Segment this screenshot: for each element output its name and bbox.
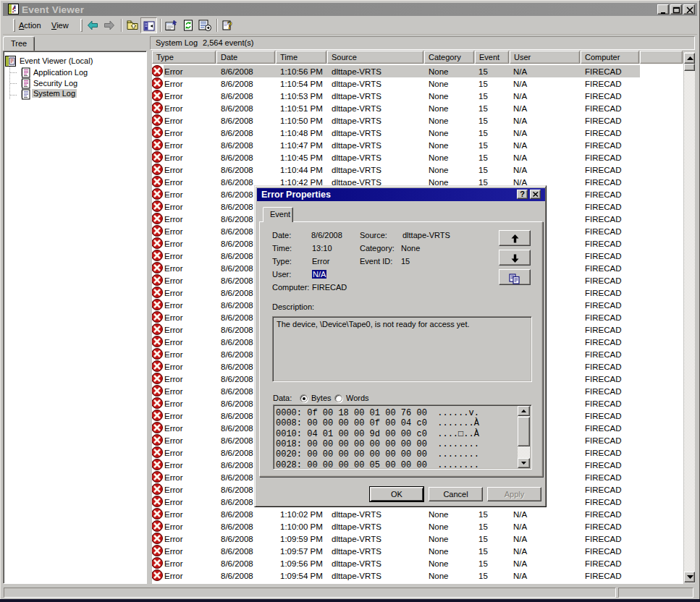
svg-text:?: ?: [227, 20, 232, 31]
